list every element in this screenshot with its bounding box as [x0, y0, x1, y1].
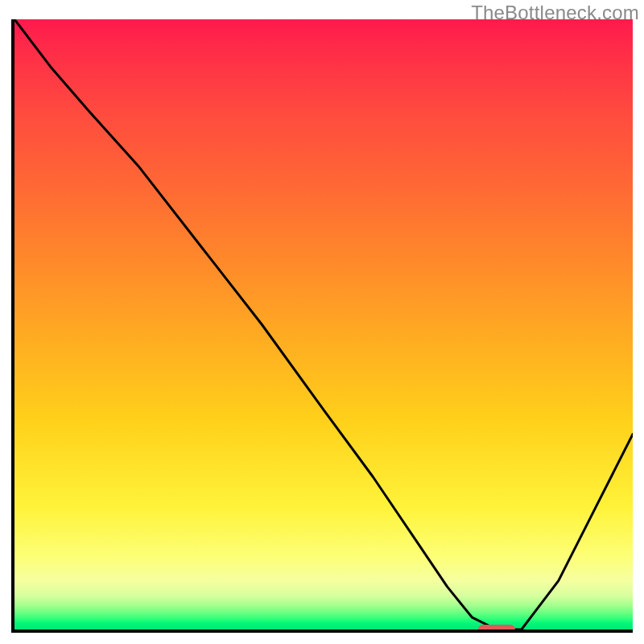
bottleneck-curve	[14, 19, 633, 630]
watermark-text: TheBottleneck.com	[471, 2, 639, 24]
bottleneck-chart: TheBottleneck.com	[0, 0, 644, 644]
optimal-point-marker	[478, 625, 515, 633]
curve-layer	[14, 19, 633, 630]
plot-area	[11, 19, 633, 633]
